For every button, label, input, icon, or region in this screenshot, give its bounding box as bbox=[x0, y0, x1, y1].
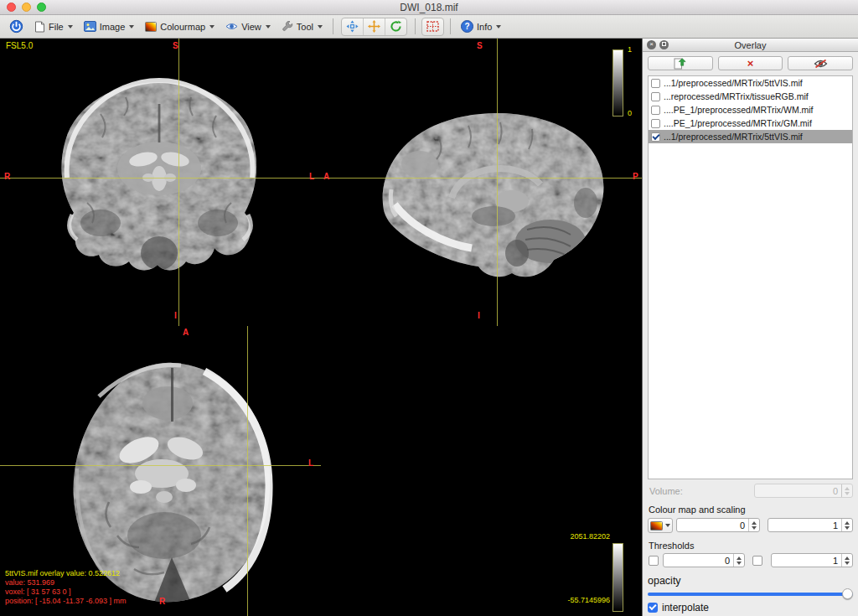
step-down-icon bbox=[737, 562, 742, 565]
scaling-min-spinbox[interactable]: 0 bbox=[676, 518, 760, 532]
coronal-crosshair-horizontal bbox=[0, 178, 321, 179]
overlay-file-row[interactable]: ...reprocessed/MRTrix/tissueRGB.mif bbox=[649, 90, 852, 103]
opacity-label: opacity bbox=[648, 575, 681, 587]
step-down-icon bbox=[845, 492, 850, 495]
power-icon bbox=[9, 19, 23, 34]
threshold-min-value: 0 bbox=[664, 554, 733, 567]
opacity-slider[interactable] bbox=[648, 588, 853, 600]
slider-thumb[interactable] bbox=[842, 588, 853, 599]
move-mode-button[interactable] bbox=[364, 18, 385, 35]
overlay-file-row[interactable]: ....PE_1/preprocessed/MRTrix/GM.mif bbox=[649, 116, 852, 130]
slider-track[interactable] bbox=[648, 593, 853, 596]
pan-mode-button[interactable] bbox=[342, 18, 364, 35]
volume-spinbox[interactable]: 0 bbox=[754, 484, 853, 498]
quit-button[interactable] bbox=[5, 18, 28, 36]
scaling-max-spinbox[interactable]: 1 bbox=[768, 518, 853, 532]
viewer-canvas[interactable]: FSL5.0 S I R L S I A P A L R 1 0 2051.82… bbox=[0, 39, 642, 616]
tool-menu-label: Tool bbox=[297, 22, 313, 32]
titlebar: DWI_018.mif bbox=[0, 0, 858, 15]
sagittal-crosshair-horizontal bbox=[321, 178, 642, 179]
overlay-file-name: ...1/preprocessed/MRTrix/5ttVIS.mif bbox=[664, 132, 803, 142]
step-down-icon bbox=[752, 526, 757, 530]
open-overlay-button[interactable] bbox=[648, 56, 713, 70]
spinbox-steppers[interactable] bbox=[841, 519, 852, 531]
scaling-max-value: 1 bbox=[768, 519, 841, 531]
orientation-label-sagittal-bottom: I bbox=[478, 311, 480, 320]
chevron-down-icon bbox=[665, 524, 670, 527]
info-menu-button[interactable]: ? Info bbox=[457, 18, 505, 36]
overlay-colourmap-button[interactable] bbox=[648, 518, 673, 533]
overlay-file-list: ...1/preprocessed/MRTrix/5ttVIS.mif ...r… bbox=[648, 75, 853, 479]
overlay-file-name: ....PE_1/preprocessed/MRTrix/WM.mif bbox=[664, 105, 814, 115]
overlay-file-row[interactable]: ...1/preprocessed/MRTrix/5ttVIS.mif bbox=[649, 76, 852, 90]
tool-menu-button[interactable]: Tool bbox=[277, 18, 327, 36]
orientation-label-coronal-right: L bbox=[309, 172, 314, 181]
image-menu-button[interactable]: Image bbox=[80, 18, 139, 36]
colourmap-menu-button[interactable]: Colourmap bbox=[141, 18, 219, 36]
volume-label: Volume: bbox=[649, 486, 683, 496]
overlay-tool-panel: × Overlay × ...1/preprocessed/MRTrix/5tt… bbox=[642, 39, 858, 616]
step-up-icon bbox=[845, 487, 850, 490]
cursor-status-readout: 5ttVIS.mif overlay value: 0.522612 value… bbox=[5, 569, 126, 606]
info-menu-label: Info bbox=[477, 22, 492, 32]
step-up-icon bbox=[845, 556, 850, 560]
threshold-min-checkbox[interactable] bbox=[649, 556, 659, 566]
file-menu-button[interactable]: File bbox=[30, 18, 77, 36]
orientation-label-axial-top: A bbox=[183, 328, 189, 337]
orientation-label-coronal-left: R bbox=[4, 172, 10, 181]
threshold-min-spinbox[interactable]: 0 bbox=[663, 553, 745, 567]
red-x-icon: × bbox=[747, 59, 754, 69]
overlay-visible-checkbox[interactable] bbox=[651, 119, 660, 128]
coronal-view[interactable] bbox=[0, 39, 321, 326]
step-down-icon bbox=[845, 562, 850, 565]
colourmap-menu-label: Colourmap bbox=[160, 22, 205, 32]
image-colorbar bbox=[612, 543, 623, 612]
overlay-visible-checkbox[interactable] bbox=[651, 106, 660, 115]
coronal-crosshair-vertical bbox=[178, 39, 179, 326]
chevron-down-icon bbox=[266, 25, 271, 28]
overlay-visible-checkbox[interactable] bbox=[651, 79, 660, 88]
hide-overlay-button[interactable] bbox=[788, 56, 853, 70]
eye-slash-icon bbox=[814, 59, 828, 69]
spinbox-steppers[interactable] bbox=[733, 554, 744, 567]
interpolate-checkbox[interactable] bbox=[648, 603, 658, 613]
orientation-label-sagittal-right: P bbox=[633, 172, 638, 181]
sagittal-view[interactable] bbox=[321, 39, 642, 326]
view-menu-button[interactable]: View bbox=[221, 18, 275, 36]
threshold-max-checkbox[interactable] bbox=[752, 556, 762, 566]
file-icon bbox=[34, 21, 45, 33]
info-icon: ? bbox=[461, 20, 473, 33]
image-value-text: value: 531.969 bbox=[5, 578, 126, 588]
view-menu-label: View bbox=[241, 22, 261, 32]
voxel-text: voxel: [ 31 57 63 0 ] bbox=[5, 588, 126, 597]
spinbox-steppers[interactable] bbox=[748, 519, 759, 531]
close-overlay-button[interactable]: × bbox=[718, 56, 783, 70]
file-menu-label: File bbox=[49, 22, 64, 32]
svg-text:?: ? bbox=[464, 22, 469, 31]
overlay-file-name: ....PE_1/preprocessed/MRTrix/GM.mif bbox=[664, 118, 812, 128]
orientation-label-sagittal-top: S bbox=[477, 41, 483, 50]
spinbox-steppers[interactable] bbox=[841, 554, 852, 567]
thresholds-section-label: Thresholds bbox=[649, 541, 694, 551]
fsl-version-label: FSL5.0 bbox=[6, 41, 33, 50]
lightbox-layout-button[interactable] bbox=[421, 18, 444, 36]
image-colorbar-min: -55.7145996 bbox=[501, 596, 610, 604]
overlay-visible-checkbox[interactable] bbox=[651, 92, 660, 101]
move-arrows-icon bbox=[368, 20, 380, 33]
toolbar-separator bbox=[450, 18, 451, 34]
orientation-label-coronal-top: S bbox=[173, 41, 178, 50]
threshold-max-spinbox[interactable]: 1 bbox=[771, 553, 853, 567]
spinbox-steppers[interactable] bbox=[841, 484, 852, 497]
eye-icon bbox=[225, 22, 238, 31]
position-text: position: [ -15.04 -11.37 -6.093 ] mm bbox=[5, 597, 126, 606]
overlay-value-text: 5ttVIS.mif overlay value: 0.522612 bbox=[5, 569, 126, 578]
main-toolbar: File Image Colourmap View Tool bbox=[0, 15, 858, 39]
scaling-min-value: 0 bbox=[677, 519, 748, 531]
rotate-mode-button[interactable] bbox=[385, 18, 406, 35]
open-file-icon bbox=[674, 58, 686, 70]
overlay-file-row[interactable]: ....PE_1/preprocessed/MRTrix/WM.mif bbox=[649, 103, 852, 116]
overlay-visible-checkbox-checked[interactable] bbox=[651, 132, 660, 142]
orientation-label-axial-right: L bbox=[308, 458, 313, 468]
step-up-icon bbox=[752, 521, 757, 525]
overlay-file-row-selected[interactable]: ...1/preprocessed/MRTrix/5ttVIS.mif bbox=[649, 130, 852, 143]
